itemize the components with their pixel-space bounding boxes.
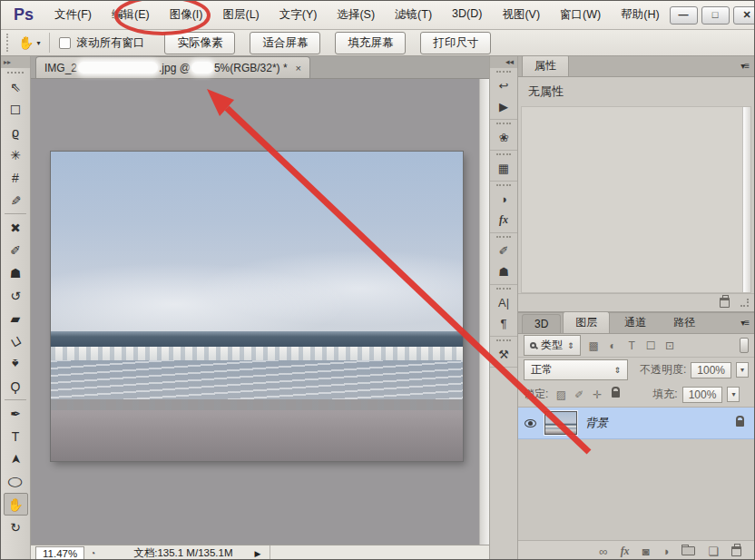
link-layers-icon[interactable]: ∞	[599, 545, 607, 557]
tab-3d[interactable]: 3D	[522, 314, 561, 333]
fill-dropdown-icon[interactable]: ▾	[727, 387, 740, 402]
strip-collapse-icon[interactable]: ◂◂	[490, 56, 517, 68]
clone-stamp-tool[interactable]: ☗	[4, 261, 28, 284]
layer-filter-dropdown[interactable]: 类型 ⇕	[524, 335, 581, 356]
actions-panel-icon[interactable]: ▶	[492, 96, 515, 116]
tab-close-icon[interactable]: ×	[296, 63, 301, 74]
canvas[interactable]	[31, 79, 489, 545]
button-fill-screen[interactable]: 填充屏幕	[335, 32, 406, 54]
eyedropper-tool[interactable]: ✎	[4, 189, 28, 211]
spot-healing-brush-tool[interactable]: ✚	[4, 216, 28, 239]
menu-item-filter[interactable]: 滤镜(T)	[385, 3, 442, 27]
pen-tool[interactable]: ✒	[4, 402, 28, 425]
lasso-tool[interactable]: ϱ	[4, 121, 28, 143]
button-actual-pixels[interactable]: 实际像素	[164, 32, 235, 54]
layer-visibility-eye-icon[interactable]	[525, 419, 536, 427]
lock-position-icon[interactable]: ✛	[589, 388, 605, 401]
hand-tool[interactable]: ✋	[4, 493, 28, 516]
fill-value-field[interactable]: 100%	[682, 387, 723, 403]
lock-all-icon[interactable]	[612, 391, 620, 398]
opacity-value-field[interactable]: 100%	[691, 362, 731, 378]
history-brush-tool[interactable]: ↺	[4, 284, 28, 307]
options-grip-handle[interactable]	[6, 34, 11, 52]
close-button[interactable]: ✕	[733, 6, 755, 25]
grip-handle[interactable]	[496, 339, 511, 341]
menu-item-3d[interactable]: 3D(D)	[442, 3, 492, 27]
history-panel-icon[interactable]: ↩	[492, 75, 515, 95]
layer-row-background[interactable]: 背景	[518, 408, 754, 439]
grip-handle[interactable]	[496, 184, 511, 186]
character-panel-icon[interactable]: A|	[492, 292, 515, 312]
document-tab[interactable]: IMG_2 .jpg @ 5%(RGB/32*) * ×	[35, 56, 310, 78]
grip-handle[interactable]	[496, 71, 511, 73]
hand-tool-preset-button[interactable]: ✋ ▾	[18, 35, 40, 50]
menu-item-window[interactable]: 窗口(W)	[550, 3, 611, 27]
paint-bucket-tool[interactable]: ⊔	[4, 329, 28, 352]
rotate-view-tool[interactable]: ↻	[4, 516, 28, 538]
grip-handle[interactable]	[496, 123, 511, 124]
opacity-dropdown-icon[interactable]: ▾	[736, 362, 749, 378]
tab-layers[interactable]: 图层	[563, 311, 610, 333]
menu-item-select[interactable]: 选择(S)	[327, 3, 385, 27]
blur-tool[interactable]: ♠	[4, 352, 28, 375]
button-print-size[interactable]: 打印尺寸	[420, 32, 491, 54]
lock-transparent-pixels-icon[interactable]: ▨	[553, 388, 569, 401]
grip-handle[interactable]	[496, 236, 511, 238]
layer-thumbnail[interactable]	[544, 411, 577, 435]
filter-type-layers-icon[interactable]: T	[623, 339, 642, 352]
menu-item-layer[interactable]: 图层(L)	[212, 3, 269, 27]
brush-tool[interactable]: ✐	[4, 239, 28, 261]
crop-tool[interactable]: #	[4, 166, 28, 189]
menu-item-help[interactable]: 帮助(H)	[611, 3, 669, 27]
menu-item-edit[interactable]: 编辑(E)	[102, 3, 160, 27]
add-layer-mask-icon[interactable]: ◙	[642, 545, 650, 557]
status-menu-arrow-icon[interactable]: ▶	[255, 549, 261, 558]
eraser-tool[interactable]: ▰	[4, 307, 28, 329]
new-layer-icon[interactable]: ❏	[708, 545, 719, 557]
filter-pixel-layers-icon[interactable]: ▩	[584, 339, 603, 352]
panel-menu-icon[interactable]: ▾≡	[740, 61, 749, 71]
move-tool[interactable]: ⇖	[4, 75, 28, 98]
paragraph-panel-icon[interactable]: ¶	[492, 313, 515, 333]
resize-grip-icon[interactable]	[740, 299, 749, 307]
properties-scrollbar[interactable]	[742, 107, 750, 292]
tool-presets-panel-icon[interactable]: ⚒	[492, 344, 515, 364]
swatches-panel-icon[interactable]: ▦	[492, 158, 515, 178]
tab-properties[interactable]: 属性	[522, 54, 569, 76]
layers-panel-menu-icon[interactable]: ▾≡	[740, 318, 749, 328]
scroll-all-windows-checkbox[interactable]	[59, 37, 71, 49]
lock-image-pixels-icon[interactable]: ✐	[571, 388, 587, 401]
grip-handle[interactable]	[496, 288, 511, 290]
horizontal-type-tool[interactable]: T	[4, 425, 28, 447]
tab-channels[interactable]: 通道	[612, 311, 659, 333]
filter-shape-layers-icon[interactable]: ☐	[642, 339, 661, 352]
new-group-icon[interactable]	[681, 546, 695, 555]
delete-icon[interactable]	[720, 298, 730, 308]
maximize-button[interactable]: □	[701, 6, 730, 25]
filter-toggle-switch[interactable]	[740, 338, 749, 353]
brush-presets-panel-icon[interactable]: ✐	[492, 241, 515, 260]
filter-smart-objects-icon[interactable]: ⊡	[661, 339, 680, 352]
menu-item-image[interactable]: 图像(I)	[160, 3, 213, 27]
path-selection-tool[interactable]: ➤	[4, 447, 28, 470]
filter-adjustment-layers-icon[interactable]: ◐	[603, 339, 623, 352]
canvas-scrollbar[interactable]	[479, 79, 489, 545]
color-panel-icon[interactable]: ❀	[492, 127, 515, 147]
toolbar-grip-handle[interactable]	[7, 72, 24, 74]
blend-mode-select[interactable]: 正常 ⇕	[524, 359, 628, 380]
layer-style-icon[interactable]: fx	[621, 545, 630, 556]
grip-handle[interactable]	[496, 153, 511, 155]
clone-source-panel-icon[interactable]: ☗	[492, 261, 515, 281]
delete-layer-icon[interactable]	[731, 546, 741, 556]
ellipse-tool[interactable]: ◯	[4, 470, 28, 493]
menu-item-file[interactable]: 文件(F)	[44, 3, 102, 27]
adjustment-layer-icon[interactable]: ◑	[662, 545, 669, 557]
minimize-button[interactable]: —	[670, 6, 698, 25]
menu-item-view[interactable]: 视图(V)	[492, 3, 550, 27]
menu-item-type[interactable]: 文字(Y)	[270, 3, 328, 27]
styles-panel-icon[interactable]: fx	[492, 210, 515, 230]
zoom-level-field[interactable]: 11.47%	[35, 546, 84, 560]
dodge-tool[interactable]: Ϙ	[4, 375, 28, 398]
quick-selection-tool[interactable]: ✳	[4, 143, 28, 166]
toolbar-expand-icon[interactable]: ▸▸	[1, 56, 30, 68]
